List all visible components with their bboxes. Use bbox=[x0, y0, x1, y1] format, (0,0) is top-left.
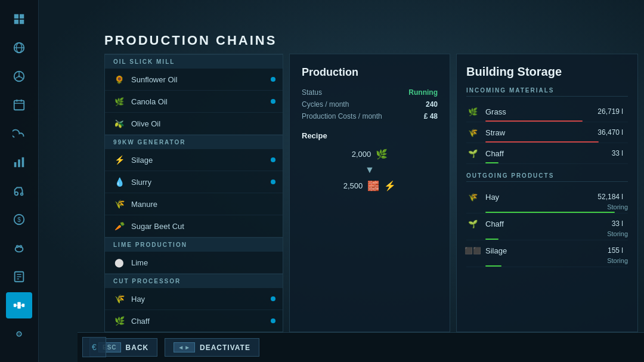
chain-item-manure[interactable]: 🌾 Manure bbox=[105, 193, 283, 215]
silage-out-value: 155 l bbox=[608, 246, 623, 255]
svg-rect-32 bbox=[22, 304, 25, 307]
sunflower-oil-icon: 🌻 bbox=[113, 73, 125, 85]
sidebar-item-farm[interactable] bbox=[6, 321, 32, 347]
chain-item-hay[interactable]: 🌾 Hay bbox=[105, 288, 283, 310]
chain-item-slurry[interactable]: 💧 Slurry bbox=[105, 171, 283, 193]
sidebar-item-livestock[interactable] bbox=[6, 235, 32, 261]
section-header-lime-production: LIME PRODUCTION bbox=[105, 237, 283, 252]
storage-item-straw: 🌾 Straw 36,470 l bbox=[466, 122, 628, 143]
svg-rect-3 bbox=[20, 20, 24, 24]
cost-row: Production Costs / month £ 48 bbox=[302, 112, 438, 120]
cycles-row: Cycles / month 240 bbox=[302, 100, 438, 109]
status-value: Running bbox=[408, 88, 438, 97]
svg-rect-16 bbox=[14, 162, 17, 167]
storage-panel-title: Building Storage bbox=[466, 65, 628, 79]
chains-panel[interactable]: OIL SLICK MILL 🌻 Sunflower Oil 🌿 Canola … bbox=[104, 54, 283, 332]
svg-rect-31 bbox=[17, 302, 21, 309]
svg-rect-18 bbox=[22, 157, 24, 168]
sidebar-item-map[interactable] bbox=[6, 6, 32, 32]
silage-gen-icon: ⚡ bbox=[113, 154, 125, 166]
output-icon: 🧱 bbox=[367, 180, 379, 191]
deactivate-button[interactable]: ◄► DEACTIVATE bbox=[165, 338, 259, 357]
silage-out-icon: ⬛⬛ bbox=[466, 244, 479, 257]
storage-item-chaff-out: 🌱 Chaff 33 l Storing bbox=[466, 214, 628, 240]
section-header-cut-processor: CUT PROCESSOR bbox=[105, 274, 283, 288]
chain-item-canola-oil[interactable]: 🌿 Canola Oil bbox=[105, 91, 283, 113]
arrow-down-icon: ▼ bbox=[365, 165, 374, 175]
active-dot bbox=[271, 99, 275, 104]
straw-value: 36,470 l bbox=[597, 128, 623, 137]
storage-item-chaff-in: 🌱 Chaff 33 l bbox=[466, 143, 628, 164]
svg-rect-30 bbox=[14, 304, 17, 307]
output-icon2: ⚡ bbox=[384, 180, 396, 191]
back-label: BACK bbox=[126, 344, 149, 352]
sidebar-item-money[interactable]: $ bbox=[6, 206, 32, 233]
section-header-oil-slick-mill: OIL SLICK MILL bbox=[105, 54, 283, 69]
slurry-icon: 💧 bbox=[113, 176, 125, 188]
svg-rect-1 bbox=[20, 14, 24, 18]
chain-item-sugar-beet-cut[interactable]: 🥕 Sugar Beet Cut bbox=[105, 215, 283, 237]
svg-rect-17 bbox=[18, 159, 20, 167]
grass-label: Grass bbox=[485, 107, 597, 116]
cost-value: £ 48 bbox=[424, 112, 438, 120]
sidebar-item-log[interactable] bbox=[6, 264, 32, 290]
hay-out-bar bbox=[485, 212, 615, 213]
manure-icon: 🌾 bbox=[113, 198, 125, 210]
section-header-99kw-generator: 99KW GENERATOR bbox=[105, 135, 283, 149]
chaff-cut-icon: 🌿 bbox=[113, 315, 125, 327]
svg-rect-12 bbox=[14, 101, 24, 110]
recipe-title: Recipe bbox=[302, 131, 438, 140]
canola-oil-icon: 🌿 bbox=[113, 95, 125, 107]
recipe-area: 2,000 🌿 ▼ 2,500 🧱 ⚡ bbox=[302, 148, 438, 191]
active-dot bbox=[271, 77, 275, 82]
recipe-output: 2,500 🧱 ⚡ bbox=[343, 180, 397, 191]
chain-item-lime[interactable]: ⬤ Lime bbox=[105, 252, 283, 274]
sidebar: $ bbox=[0, 0, 39, 362]
silage-out-bar bbox=[485, 265, 501, 267]
sidebar-item-tractor[interactable] bbox=[6, 178, 32, 204]
sidebar-item-globe[interactable] bbox=[6, 35, 32, 61]
incoming-header: INCOMING MATERIALS bbox=[466, 87, 628, 97]
cycles-value: 240 bbox=[426, 100, 438, 109]
sidebar-item-production-chains[interactable] bbox=[6, 292, 32, 318]
main-content: PRODUCTION CHAINS OIL SLICK MILL 🌻 Sunfl… bbox=[39, 0, 644, 362]
incoming-section: INCOMING MATERIALS 🌿 Grass 26,719 l 🌾 St… bbox=[466, 87, 628, 164]
deactivate-key: ◄► bbox=[174, 342, 195, 352]
chaff-in-bar bbox=[485, 162, 499, 163]
chaff-in-label: Chaff bbox=[485, 149, 612, 158]
storage-item-hay-out: 🌾 Hay 52,184 l Storing bbox=[466, 187, 628, 214]
grass-value: 26,719 l bbox=[597, 107, 623, 116]
chain-item-chaff-cut[interactable]: 🌿 Chaff bbox=[105, 310, 283, 332]
chaff-in-icon: 🌱 bbox=[466, 147, 479, 160]
hay-out-value: 52,184 l bbox=[597, 193, 623, 201]
deactivate-label: DEACTIVATE bbox=[200, 344, 250, 352]
euro-button[interactable]: € bbox=[82, 337, 106, 357]
active-dot bbox=[271, 296, 275, 301]
hay-out-status: Storing bbox=[607, 203, 628, 211]
sidebar-item-calendar[interactable] bbox=[6, 92, 32, 118]
sidebar-item-weather[interactable] bbox=[6, 120, 32, 147]
chain-item-sunflower-oil[interactable]: 🌻 Sunflower Oil bbox=[105, 69, 283, 91]
page-title: PRODUCTION CHAINS bbox=[104, 33, 277, 48]
production-panel: Production Status Running Cycles / month… bbox=[289, 54, 450, 332]
cost-label: Production Costs / month bbox=[302, 112, 382, 120]
sugar-beet-cut-icon: 🥕 bbox=[113, 220, 125, 232]
storage-panel: Building Storage INCOMING MATERIALS 🌿 Gr… bbox=[456, 54, 638, 332]
hay-icon: 🌾 bbox=[113, 293, 125, 305]
chain-item-silage-gen[interactable]: ⚡ Silage bbox=[105, 149, 283, 171]
svg-point-8 bbox=[18, 75, 20, 78]
straw-label: Straw bbox=[485, 128, 597, 137]
storage-item-silage-out: ⬛⬛ Silage 155 l Storing bbox=[466, 240, 628, 267]
storage-item-grass: 🌿 Grass 26,719 l bbox=[466, 101, 628, 122]
hay-out-label: Hay bbox=[485, 193, 597, 202]
straw-icon: 🌾 bbox=[466, 126, 479, 139]
grass-bar bbox=[485, 120, 583, 122]
sidebar-item-steering[interactable] bbox=[6, 63, 32, 89]
outgoing-header: OUTGOING PRODUCTS bbox=[466, 172, 628, 182]
status-label: Status bbox=[302, 88, 322, 97]
chaff-out-icon: 🌱 bbox=[466, 217, 479, 230]
sidebar-item-chart[interactable] bbox=[6, 149, 32, 175]
chain-item-olive-oil[interactable]: 🫒 Olive Oil bbox=[105, 113, 283, 135]
status-row: Status Running bbox=[302, 88, 438, 97]
straw-bar bbox=[485, 141, 599, 143]
